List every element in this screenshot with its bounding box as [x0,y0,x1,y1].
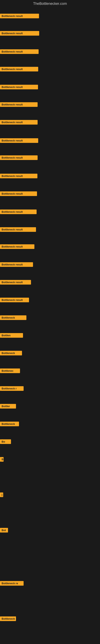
bottleneck-result-label: Bottleneck result [0,14,39,18]
bottleneck-result-label: Bo [0,439,11,444]
bottleneck-result-label: | [0,492,3,497]
bottleneck-result-label: Bottleneck [0,616,16,621]
bottleneck-result-label: Bottleneck result [0,192,37,196]
bottleneck-result-label: Bottleneck result [0,244,34,249]
bottleneck-result-label: Bottleneck re [0,581,24,586]
bottleneck-result-label: Bottleneck result [0,280,31,284]
bottleneck-result-label: Bottleneck result [0,155,38,160]
bottleneck-result-label: Bottleneck result [0,49,39,54]
bottleneck-result-label: Bottleneck result [0,138,38,143]
bottleneck-result-label: Bottleneck result [0,67,38,72]
bottleneck-result-label: Bottleneck result [0,102,38,107]
bottleneck-result-label: Bottleneck result [0,31,39,36]
bottleneck-result-label: Bottleneck result [0,85,38,89]
bottleneck-result-label: Bottleneck [0,422,19,426]
site-title: TheBottlenecker.com [0,0,100,8]
bottleneck-result-label: Bottleneck [0,351,22,356]
bottleneck-result-label: Bottleneck result [0,210,37,214]
bottleneck-result-label: Bottleneck result [0,174,37,178]
bottleneck-result-label: B [0,457,3,462]
bottleneck-result-label: Bottlenec [0,368,20,373]
bottleneck-result-label: Bottleneck r [0,386,24,391]
bottleneck-result-label: Bot [0,528,8,532]
bottleneck-result-label: Bottleneck result [0,262,33,267]
bottleneck-result-label: Bottleneck [0,315,26,320]
bottleneck-result-label: Bottleneck result [0,227,36,232]
bottleneck-result-label: Bottleneck result [0,298,29,302]
bottleneck-result-label: Bottlen [0,333,23,338]
bottleneck-result-label: Bottler [0,404,16,408]
bottleneck-result-label: Bottleneck result [0,120,38,124]
